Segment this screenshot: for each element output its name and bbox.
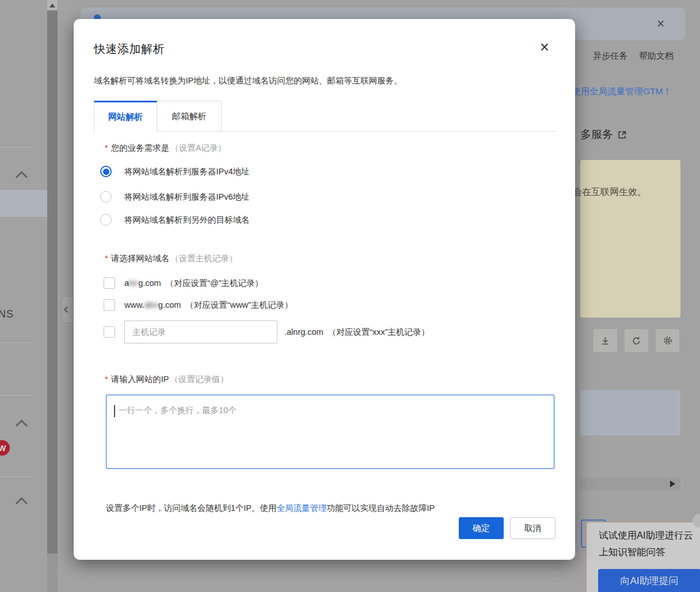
collapsed-row[interactable] — [580, 478, 680, 490]
tabbar-divider — [222, 101, 556, 132]
checkbox-row-www-domain[interactable]: www.alnrg.com （对应设置“www”主机记录） — [104, 299, 292, 311]
download-icon — [600, 336, 610, 346]
gear-icon — [663, 335, 673, 346]
business-need-label: *您的业务需求是（设置A记录） — [105, 143, 226, 154]
panel-collapse-handle[interactable] — [62, 296, 73, 323]
sidebar-item-selected[interactable] — [0, 190, 47, 217]
gtm-feature-link[interactable]: 全局流量管理 — [276, 503, 326, 513]
more-services-heading: 多服务 — [580, 127, 627, 142]
sidebar-divider — [0, 147, 35, 147]
tab-website-resolution[interactable]: 网站解析 — [94, 101, 157, 132]
refresh-button[interactable] — [624, 329, 649, 353]
refresh-icon — [631, 336, 641, 346]
sidebar-divider — [0, 476, 35, 477]
ask-ai-assistant-button[interactable]: 向AI助理提问 — [598, 569, 700, 592]
select-domain-label: *请选择网站域名（设置主机记录） — [105, 253, 237, 264]
settings-button[interactable] — [655, 329, 680, 353]
radio-option-ipv4[interactable]: 将网站域名解析到服务器IPv4地址 — [100, 166, 250, 177]
background-card — [580, 390, 680, 436]
website-ip-label: *请输入网站的IP（设置记录值） — [105, 374, 229, 385]
checkbox-row-root-domain[interactable]: alnrg.com （对应设置“@”主机记录） — [104, 277, 263, 289]
chevron-up-icon — [15, 419, 27, 431]
tab-email-resolution[interactable]: 邮箱解析 — [157, 101, 222, 132]
sidebar-item-ns-label: NS — [0, 308, 14, 320]
confirm-button[interactable]: 确定 — [459, 517, 504, 539]
expand-arrow-icon[interactable] — [670, 480, 675, 487]
download-button[interactable] — [593, 329, 618, 353]
checkbox-icon[interactable] — [104, 277, 115, 289]
ai-assistant-text: 试试使用AI助理进行云 上知识智能问答 — [599, 527, 693, 560]
dialog-description: 域名解析可将域名转换为IP地址，以便通过域名访问您的网站、邮箱等互联网服务。 — [94, 75, 402, 86]
radio-option-cname[interactable]: 将网站域名解析到另外的目标域名 — [100, 214, 250, 226]
sidebar-divider — [0, 342, 35, 343]
promo-text: 会在互联网生效。 — [573, 186, 646, 198]
chevron-up-icon — [15, 171, 27, 183]
dialog-tabs: 网站解析 邮箱解析 — [94, 101, 556, 132]
redacted-text: lnr — [129, 278, 138, 288]
radio-unselected-icon[interactable] — [100, 191, 112, 203]
sidebar-collapse-chevron[interactable] — [15, 168, 28, 181]
host-record-input[interactable] — [124, 320, 277, 343]
arrow-up-icon — [50, 3, 55, 7]
brand-badge: W — [0, 440, 10, 456]
checkbox-row-custom-host[interactable]: .alnrg.com （对应设置“xxx”主机记录） — [104, 320, 429, 343]
external-link-icon — [617, 130, 627, 140]
header-links: 异步任务 帮助文档 — [593, 51, 680, 62]
checkbox-icon[interactable] — [104, 299, 115, 311]
scrollbar-up-button[interactable] — [47, 0, 58, 10]
dialog-title: 快速添加解析 — [94, 41, 165, 57]
chevron-up-icon — [15, 497, 27, 509]
banner-close-icon[interactable]: × — [657, 16, 664, 32]
text-caret — [114, 405, 115, 417]
sidebar-divider — [0, 395, 35, 396]
sidebar-collapse-chevron[interactable] — [15, 417, 28, 429]
sidebar-collapse-chevron[interactable] — [15, 494, 28, 507]
checkbox-icon[interactable] — [104, 326, 115, 338]
ip-address-textarea[interactable] — [106, 395, 554, 469]
gtm-promo-link[interactable]: 使用全局流量管理GTM！ — [572, 86, 672, 98]
quick-add-dns-dialog: 快速添加解析 × 域名解析可将域名转换为IP地址，以便通过域名访问您的网站、邮箱… — [74, 19, 575, 560]
promo-panel — [580, 160, 680, 318]
dialog-close-icon[interactable]: × — [540, 40, 549, 55]
scrollbar-thumb[interactable] — [47, 10, 58, 553]
radio-option-ipv6[interactable]: 将网站域名解析到服务器IPv6地址 — [100, 191, 250, 203]
help-docs-link[interactable]: 帮助文档 — [639, 51, 674, 62]
redacted-text: alnr — [144, 300, 158, 310]
multi-ip-note: 设置多个IP时，访问域名会随机到1个IP。使用全局流量管理功能可以实现自动去除故… — [106, 503, 435, 514]
radio-unselected-icon[interactable] — [100, 214, 112, 226]
cancel-button[interactable]: 取消 — [510, 517, 556, 539]
page-canvas: NS W × 异步任务 帮助文档 使用全局流量管理GTM！ 多服务 会在互联网生… — [0, 0, 700, 592]
radio-selected-icon[interactable] — [100, 166, 112, 177]
chevron-left-icon — [63, 306, 70, 312]
async-tasks-link[interactable]: 异步任务 — [593, 51, 627, 62]
